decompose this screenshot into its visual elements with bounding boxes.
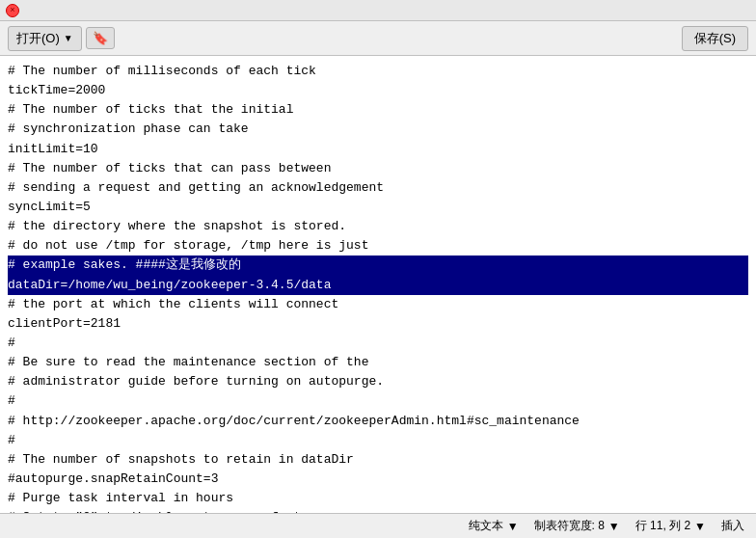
editor-line: # sending a request and getting an ackno… xyxy=(8,178,748,198)
bookmark-icon: 🔖 xyxy=(93,31,108,45)
cursor-position-arrow: ▼ xyxy=(694,520,706,533)
editor-line: # example sakes. ####这是我修改的 xyxy=(8,256,748,275)
editor-line: # administrator guide before turning on … xyxy=(8,372,748,391)
editor-line: # The number of milliseconds of each tic… xyxy=(8,62,748,81)
close-icon: × xyxy=(10,6,14,15)
editor-line: initLimit=10 xyxy=(8,140,748,159)
text-format-selector[interactable]: 纯文本 ▼ xyxy=(469,518,519,534)
tab-width-label: 制表符宽度: 8 xyxy=(534,518,605,534)
open-button[interactable]: 打开(O) ▼ xyxy=(8,26,82,51)
editor-line: # synchronization phase can take xyxy=(8,120,748,139)
status-bar: 纯文本 ▼ 制表符宽度: 8 ▼ 行 11, 列 2 ▼ 插入 xyxy=(0,513,756,538)
editor-line: # Be sure to read the maintenance sectio… xyxy=(8,353,748,372)
editor-line: # The number of snapshots to retain in d… xyxy=(8,450,748,470)
insert-mode-indicator: 插入 xyxy=(721,518,744,534)
editor-line: syncLimit=5 xyxy=(8,198,748,217)
editor-line: dataDir=/home/wu_being/zookeeper-3.4.5/d… xyxy=(8,276,748,295)
editor-line: # xyxy=(8,334,748,353)
editor-area[interactable]: # The number of milliseconds of each tic… xyxy=(0,56,756,513)
editor-line: # the port at which the clients will con… xyxy=(8,295,748,314)
editor-line: # do not use /tmp for storage, /tmp here… xyxy=(8,236,748,256)
text-format-label: 纯文本 xyxy=(469,518,503,534)
editor-line: # the directory where the snapshot is st… xyxy=(8,217,748,236)
cursor-position-label: 行 11, 列 2 xyxy=(635,518,690,534)
close-button[interactable]: × xyxy=(6,4,19,17)
editor-line: # xyxy=(8,431,748,450)
save-label: 保存(S) xyxy=(694,31,736,45)
tab-width-arrow: ▼ xyxy=(608,520,620,533)
insert-mode-label: 插入 xyxy=(721,518,744,534)
editor-line: # The number of ticks that can pass betw… xyxy=(8,159,748,178)
toolbar: 打开(O) ▼ 🔖 保存(S) xyxy=(0,21,756,56)
cursor-position-selector[interactable]: 行 11, 列 2 ▼ xyxy=(635,518,706,534)
editor-line: # xyxy=(8,391,748,411)
open-label: 打开(O) xyxy=(16,30,60,47)
editor-line: clientPort=2181 xyxy=(8,314,748,334)
bookmark-button[interactable]: 🔖 xyxy=(86,27,115,49)
editor-line: # The number of ticks that the initial xyxy=(8,100,748,120)
open-dropdown-arrow: ▼ xyxy=(64,33,73,43)
editor-line: # http://zookeeper.apache.org/doc/curren… xyxy=(8,412,748,431)
tab-width-selector[interactable]: 制表符宽度: 8 ▼ xyxy=(534,518,620,534)
title-bar: × xyxy=(0,0,756,21)
editor-line: # Purge task interval in hours xyxy=(8,489,748,508)
text-format-arrow: ▼ xyxy=(507,520,519,533)
editor-line: #autopurge.snapRetainCount=3 xyxy=(8,470,748,489)
save-button[interactable]: 保存(S) xyxy=(682,26,748,51)
editor-line: tickTime=2000 xyxy=(8,81,748,100)
